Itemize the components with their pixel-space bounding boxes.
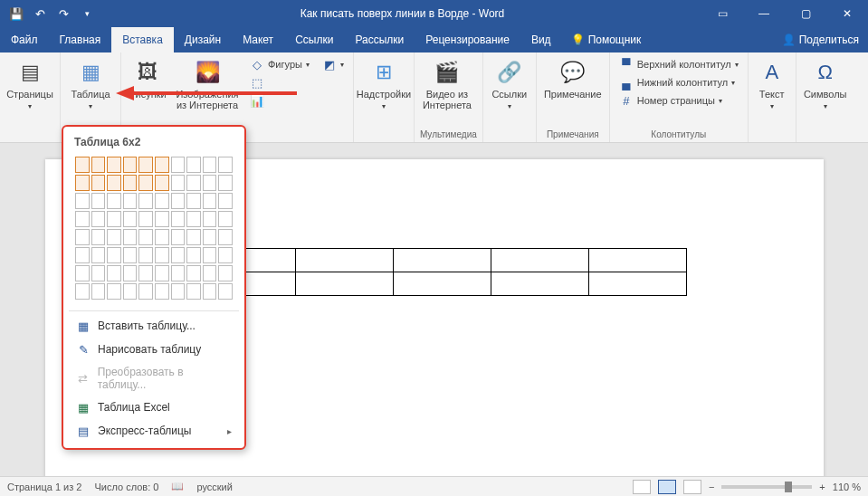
- tab-layout[interactable]: Макет: [232, 27, 284, 52]
- pagenum-button[interactable]: #Номер страницы▾: [617, 92, 740, 109]
- save-icon[interactable]: 💾: [5, 3, 27, 24]
- grid-cell[interactable]: [107, 265, 121, 281]
- addins-button[interactable]: ⊞ Надстройки ▾: [358, 54, 410, 142]
- grid-cell[interactable]: [75, 229, 90, 245]
- draw-table-item[interactable]: ✎ Нарисовать таблицу: [69, 338, 239, 361]
- grid-cell[interactable]: [218, 229, 233, 245]
- grid-cell[interactable]: [155, 193, 169, 209]
- grid-cell[interactable]: [123, 193, 138, 209]
- grid-cell[interactable]: [123, 283, 138, 300]
- grid-cell[interactable]: [107, 175, 121, 191]
- grid-cell[interactable]: [186, 265, 201, 281]
- grid-cell[interactable]: [155, 265, 169, 281]
- grid-cell[interactable]: [75, 211, 90, 227]
- grid-cell[interactable]: [138, 211, 153, 227]
- zoom-level[interactable]: 110 %: [833, 482, 861, 492]
- grid-cell[interactable]: [171, 283, 186, 300]
- grid-cell[interactable]: [186, 211, 201, 227]
- quick-tables-item[interactable]: ▤ Экспресс-таблицы ▸: [69, 419, 239, 443]
- insert-table-grid[interactable]: [69, 152, 239, 308]
- grid-cell[interactable]: [91, 229, 106, 245]
- grid-cell[interactable]: [123, 265, 138, 281]
- maximize-icon[interactable]: ▢: [785, 0, 826, 27]
- grid-cell[interactable]: [91, 265, 106, 281]
- view-print-button[interactable]: [658, 480, 676, 494]
- grid-cell[interactable]: [171, 247, 186, 263]
- grid-cell[interactable]: [75, 157, 90, 173]
- grid-cell[interactable]: [138, 247, 153, 263]
- grid-cell[interactable]: [91, 193, 106, 209]
- grid-cell[interactable]: [123, 211, 138, 227]
- share-button[interactable]: 👤 Поделиться: [773, 27, 868, 52]
- undo-icon[interactable]: ↶: [29, 3, 51, 24]
- tab-mailings[interactable]: Рассылки: [344, 27, 415, 52]
- grid-cell[interactable]: [171, 211, 186, 227]
- comment-button[interactable]: 💬 Примечание: [540, 54, 606, 128]
- grid-cell[interactable]: [186, 283, 201, 300]
- grid-cell[interactable]: [218, 193, 233, 209]
- grid-cell[interactable]: [155, 157, 169, 173]
- language-indicator[interactable]: русский: [196, 482, 232, 492]
- tab-insert[interactable]: Вставка: [111, 27, 174, 52]
- grid-cell[interactable]: [138, 175, 153, 191]
- grid-cell[interactable]: [138, 283, 153, 300]
- grid-cell[interactable]: [218, 157, 233, 173]
- grid-cell[interactable]: [75, 265, 90, 281]
- links-button[interactable]: 🔗 Ссылки ▾: [487, 54, 532, 142]
- grid-cell[interactable]: [186, 229, 201, 245]
- grid-cell[interactable]: [218, 283, 233, 300]
- grid-cell[interactable]: [218, 211, 233, 227]
- smartart-button[interactable]: ⬚: [248, 74, 311, 91]
- minimize-icon[interactable]: —: [743, 0, 785, 27]
- screenshot-button[interactable]: ◩▾: [320, 56, 346, 72]
- grid-cell[interactable]: [218, 175, 233, 191]
- ribbon-options-icon[interactable]: ▭: [701, 0, 743, 27]
- tab-view[interactable]: Вид: [520, 27, 562, 52]
- word-count[interactable]: Число слов: 0: [94, 482, 158, 492]
- grid-cell[interactable]: [203, 157, 217, 173]
- grid-cell[interactable]: [203, 211, 217, 227]
- qat-dropdown-icon[interactable]: ▾: [76, 3, 98, 24]
- grid-cell[interactable]: [218, 247, 233, 263]
- grid-cell[interactable]: [138, 229, 153, 245]
- grid-cell[interactable]: [123, 247, 138, 263]
- grid-cell[interactable]: [123, 175, 138, 191]
- excel-table-item[interactable]: ▦ Таблица Excel: [69, 396, 239, 419]
- text-button[interactable]: A Текст ▾: [752, 54, 792, 142]
- zoom-in-icon[interactable]: +: [819, 482, 825, 492]
- zoom-out-icon[interactable]: −: [709, 482, 714, 492]
- insert-table-item[interactable]: ▦ Вставить таблицу...: [69, 314, 239, 338]
- view-web-button[interactable]: [683, 480, 701, 494]
- tab-references[interactable]: Ссылки: [284, 27, 344, 52]
- grid-cell[interactable]: [138, 157, 153, 173]
- grid-cell[interactable]: [75, 283, 90, 300]
- spellcheck-icon[interactable]: 📖: [171, 481, 184, 492]
- tab-design[interactable]: Дизайн: [174, 27, 232, 52]
- grid-cell[interactable]: [155, 211, 169, 227]
- view-read-button[interactable]: [633, 480, 651, 494]
- grid-cell[interactable]: [171, 193, 186, 209]
- grid-cell[interactable]: [75, 247, 90, 263]
- grid-cell[interactable]: [171, 265, 186, 281]
- chart-button[interactable]: 📊: [248, 92, 311, 109]
- grid-cell[interactable]: [203, 229, 217, 245]
- header-button[interactable]: ▀Верхний колонтитул▾: [617, 56, 740, 72]
- grid-cell[interactable]: [155, 229, 169, 245]
- grid-cell[interactable]: [107, 157, 121, 173]
- grid-cell[interactable]: [91, 283, 106, 300]
- zoom-slider[interactable]: [721, 485, 812, 489]
- grid-cell[interactable]: [203, 265, 217, 281]
- tab-home[interactable]: Главная: [49, 27, 112, 52]
- footer-button[interactable]: ▄Нижний колонтитул▾: [617, 74, 740, 91]
- grid-cell[interactable]: [186, 247, 201, 263]
- grid-cell[interactable]: [171, 157, 186, 173]
- grid-cell[interactable]: [75, 175, 90, 191]
- grid-cell[interactable]: [155, 247, 169, 263]
- grid-cell[interactable]: [107, 229, 121, 245]
- grid-cell[interactable]: [155, 175, 169, 191]
- grid-cell[interactable]: [171, 229, 186, 245]
- grid-cell[interactable]: [203, 283, 217, 300]
- symbols-button[interactable]: Ω Символы ▾: [800, 54, 851, 142]
- grid-cell[interactable]: [203, 175, 217, 191]
- grid-cell[interactable]: [203, 193, 217, 209]
